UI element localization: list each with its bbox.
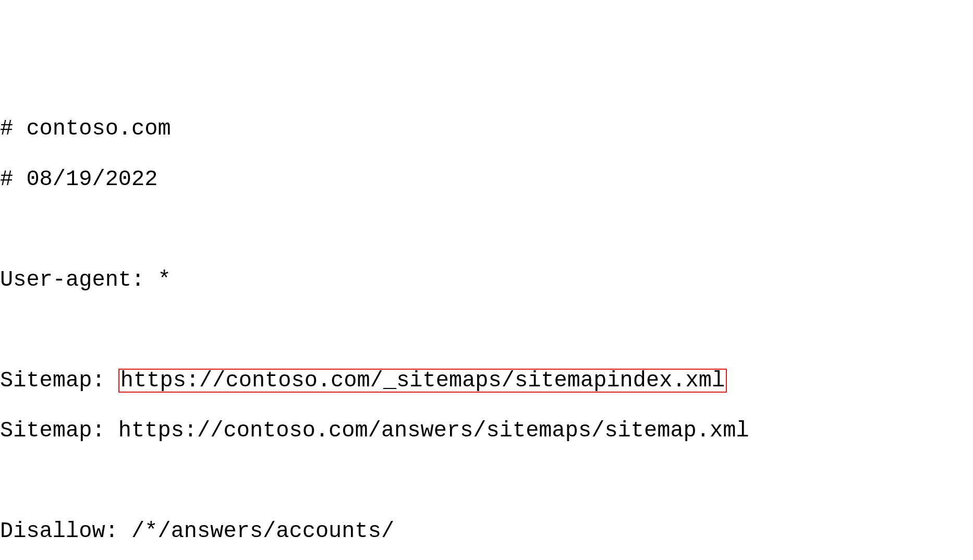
blank-line xyxy=(0,469,973,494)
blank-line xyxy=(0,318,973,343)
robots-user-agent: User-agent: * xyxy=(0,267,973,293)
sitemap-label: Sitemap: xyxy=(0,368,118,393)
robots-sitemap-2: Sitemap: https://contoso.com/answers/sit… xyxy=(0,418,973,443)
highlighted-sitemap-url: https://contoso.com/_sitemaps/sitemapind… xyxy=(118,369,727,393)
blank-line xyxy=(0,217,973,242)
robots-comment-domain: # contoso.com xyxy=(0,116,973,141)
robots-comment-date: # 08/19/2022 xyxy=(0,167,973,192)
robots-sitemap-1: Sitemap: https://contoso.com/_sitemaps/s… xyxy=(0,368,973,393)
robots-disallow-1: Disallow: /*/answers/accounts/ xyxy=(0,519,973,544)
